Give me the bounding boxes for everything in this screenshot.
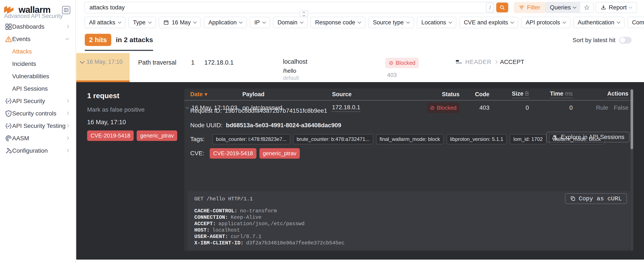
sidebar-item-api-security-testing[interactable]: API Security Testing (0, 120, 76, 132)
filter-chip-domain[interactable]: Domain (273, 17, 308, 28)
report-button[interactable]: Report (596, 2, 637, 13)
attack-time: 16 May, 17:10 (86, 59, 122, 65)
tag-chip-list: bola_counter: i:478:f82823e7... brute_co… (212, 134, 604, 144)
sidebar-nav: Dashboards Events Attacks Incidents Vuln… (0, 21, 76, 157)
http-header-line: CONNECTION:Keep-Alive (194, 214, 624, 221)
explore-api-sessions-button[interactable]: Explore in API Sessions (546, 132, 630, 142)
search-input[interactable] (85, 4, 486, 11)
sidebar-item-label: Dashboards (12, 23, 44, 30)
attack-path: /hello (283, 68, 296, 74)
filter-chip-compare-to[interactable]: Compare to... (627, 17, 644, 28)
http-header-line: X-IBM-CLIENT-ID:d3f2a7b34810e96a7fee0e37… (194, 240, 624, 246)
queries-control: Queries ☆ (545, 2, 594, 13)
collapse-row-icon[interactable] (186, 105, 189, 109)
sidebar-item-attacks[interactable]: Attacks (0, 45, 76, 58)
slash-shortcut-badge: / (486, 3, 494, 12)
requests-count: 1 request (87, 92, 181, 100)
filter-chip-application[interactable]: Application (204, 17, 247, 28)
chevron-right-icon (66, 136, 68, 140)
cve-chip[interactable]: generic_ptrav (260, 148, 300, 159)
filter-chip-ip[interactable]: IP (250, 17, 270, 28)
sort-label: Sort by latest hit (572, 37, 616, 44)
sidebar-item-api-sessions[interactable]: API Sessions (0, 83, 76, 95)
http-request-line: GET /hello HTTP/1.1 (194, 196, 624, 202)
fingerprint-search-icon (552, 134, 558, 140)
sidebar-item-vulnerabilities[interactable]: Vulnerabilities (0, 70, 76, 83)
detail-summary-column: 1 request Mark as false positive 16 May,… (87, 92, 181, 141)
filter-chip-locations[interactable]: Locations (417, 17, 456, 28)
sidebar: wallarm Advanced API Security Dashboards… (0, 0, 76, 263)
search-bar: / (84, 2, 509, 13)
chevron-down-icon (80, 59, 85, 64)
http-header-line: USER-AGENT:curl/8.7.1 (194, 233, 624, 240)
cve-chip[interactable]: CVE-2019-5418 (210, 148, 256, 159)
filter-chip-cve-exploits[interactable]: CVE and exploits (459, 17, 518, 28)
request-id-value: 19b7bc8ddfa43a72b7b74151fc8b9ee1 (225, 107, 327, 114)
cve-tag-chip[interactable]: CVE-2019-5418 (87, 130, 134, 141)
http-request-block: GET /hello HTTP/1.1 CACHE-CONTROL:no-tra… (188, 191, 630, 250)
chevron-right-icon (66, 25, 68, 29)
tag-chip[interactable]: bola_counter: i:478:f82823e7... (212, 134, 290, 144)
filter-chip-response-code[interactable]: Response code (310, 17, 366, 28)
sidebar-item-label: API Sessions (12, 85, 48, 92)
chevron-right-icon (66, 149, 68, 153)
favorite-query-button[interactable]: ☆ (580, 2, 594, 13)
queries-dropdown[interactable]: Queries (546, 2, 580, 13)
hits-count-badge: 2 hits (85, 34, 111, 46)
tag-chip[interactable]: libproton_version: 5.1.1 (446, 134, 507, 144)
filter-icon (519, 5, 524, 10)
sidebar-item-incidents[interactable]: Incidents (0, 58, 76, 70)
http-header-line: HOST:localhost (194, 227, 624, 233)
attack-detail-panel: 1 request Mark as false positive 16 May,… (76, 82, 644, 259)
cve-tag-chip[interactable]: generic_ptrav (137, 130, 177, 141)
collapse-sidebar-icon[interactable] (62, 6, 70, 14)
attack-date-cell[interactable]: 16 May, 17:10 (76, 53, 130, 80)
collapse-searchbar-handle[interactable] (300, 10, 308, 17)
chevron-right-icon (66, 124, 68, 128)
attack-tag-chips: CVE-2019-5418 generic_ptrav (87, 130, 181, 141)
tag-chip[interactable]: brute_counter: b:478:a732471... (293, 134, 373, 144)
sort-control: Sort by latest hit (572, 37, 632, 44)
grid-icon (5, 23, 12, 30)
tag-chip[interactable]: final_wallarm_mode: block (376, 134, 444, 144)
filter-chip-date[interactable]: 16 May (159, 17, 201, 28)
blocked-icon: ⊘ (389, 60, 394, 66)
sidebar-item-label: Attacks (12, 48, 32, 55)
sidebar-item-dashboards[interactable]: Dashboards (0, 21, 76, 33)
sidebar-item-label: Vulnerabilities (12, 73, 49, 80)
attack-row[interactable]: 16 May, 17:10 Path traversal 1 172.18.0.… (76, 53, 644, 82)
sidebar-item-aasm[interactable]: AASM (0, 132, 76, 145)
request-details-area: Date▾ Payload Source Status Code SizeB T… (184, 89, 634, 251)
node-uuid-value: bd68513a-5e03-4991-8024-a36408dac909 (226, 122, 341, 129)
sidebar-item-configuration[interactable]: Configuration (0, 145, 76, 157)
filter-chip-api-protocols[interactable]: API protocols (521, 17, 570, 28)
filter-button[interactable]: Filter (514, 2, 545, 13)
tag-chip[interactable]: lom_id: 1702 (510, 134, 546, 144)
cve-chip-list: CVE-2019-5418 generic_ptrav (210, 148, 300, 159)
status-badge: ⊘ Blocked (386, 58, 419, 68)
copy-icon (570, 196, 576, 201)
attack-application: default (283, 75, 299, 81)
scrollbar-thumb[interactable] (630, 89, 633, 149)
filter-button-label: Filter (527, 4, 540, 11)
chevron-right-icon (66, 99, 68, 103)
status-label: Blocked (396, 60, 416, 66)
filter-chip-authentication[interactable]: Authentication (573, 17, 624, 28)
http-header-line: CACHE-CONTROL:no-transform (194, 208, 624, 214)
attack-hit-count: 1 (191, 59, 194, 66)
chevron-down-icon (573, 5, 576, 9)
spiral-icon (5, 135, 12, 142)
sidebar-item-events[interactable]: Events (0, 33, 76, 45)
shield-bolt-icon (5, 110, 12, 117)
sort-toggle[interactable] (619, 37, 632, 44)
copy-as-curl-button[interactable]: Copy as cURL (565, 193, 627, 204)
sidebar-item-security-controls[interactable]: Security controls (0, 107, 76, 120)
detail-time: 16 May, 17:10 (87, 119, 181, 126)
filter-chip-source-type[interactable]: Source type (368, 17, 414, 28)
search-button[interactable] (496, 3, 508, 13)
filter-chip-type[interactable]: Type (128, 17, 156, 28)
attack-parameter: HEADER ACCEPT (456, 59, 524, 65)
filter-chip-all-attacks[interactable]: All attacks (84, 17, 126, 28)
mark-false-positive-link[interactable]: Mark as false positive (87, 106, 181, 113)
sidebar-item-api-security[interactable]: API Security (0, 95, 76, 107)
